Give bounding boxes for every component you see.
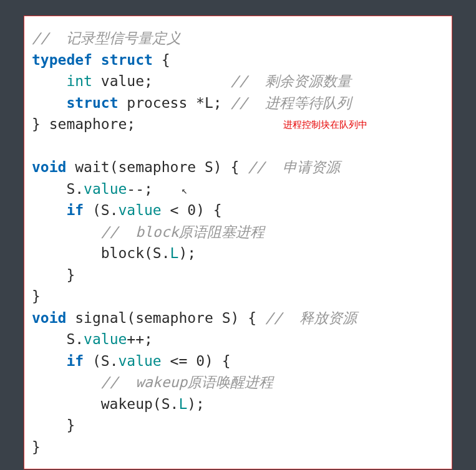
code-line-19: } <box>32 415 444 436</box>
indent <box>32 202 66 218</box>
cond-close: ) { <box>205 353 231 369</box>
comment-text: // wakeup原语唤醒进程 <box>101 374 273 390</box>
code-line-12: } <box>32 264 444 286</box>
close-brace: } <box>32 288 41 304</box>
annotation-red-text: 进程控制块在队列中 <box>283 118 367 132</box>
op-decrement: --; <box>127 181 153 197</box>
comment-text: // block原语阻塞进程 <box>101 224 265 240</box>
code-line-14: void signal(semaphore S) { // 释放资源 <box>32 307 444 329</box>
func-wait: wait(semaphore S) { <box>66 159 248 175</box>
cond-lt: < <box>162 202 188 218</box>
code-line-7: void wait(semaphore S) { // 申请资源 <box>32 156 444 178</box>
code-line-13: } <box>32 285 444 307</box>
comment-text: // 进程等待队列 <box>231 95 351 111</box>
type-int: int <box>66 73 92 89</box>
code-line-8: S.value--; <box>32 178 444 200</box>
code-line-16: if (S.value <= 0) { <box>32 350 444 372</box>
close-brace: } <box>32 417 75 433</box>
member-value: value <box>84 181 127 197</box>
comment-text: // 记录型信号量定义 <box>32 30 181 46</box>
keyword-if: if <box>66 202 84 218</box>
close-brace: } <box>32 439 41 455</box>
close-brace: } <box>32 267 75 283</box>
indent <box>32 95 66 111</box>
op-increment: ++; <box>127 331 153 347</box>
code-line-20: } <box>32 436 444 458</box>
func-signal: signal(semaphore S) { <box>66 310 265 326</box>
indent-call: block(S. <box>32 245 170 261</box>
indent-call: wakeup(S. <box>32 396 178 412</box>
code-line-2: typedef struct { <box>32 49 444 71</box>
code-line-15: S.value++; <box>32 329 444 350</box>
cond-close: ) { <box>196 202 222 218</box>
call-end: ); <box>187 396 205 412</box>
keyword-struct: struct <box>101 52 153 68</box>
keyword-if: if <box>66 353 84 369</box>
code-line-11: block(S.L); <box>32 242 444 264</box>
code-line-17: // wakeup原语唤醒进程 <box>32 372 444 393</box>
code-line-4: struct process *L; // 进程等待队列 <box>32 92 444 114</box>
code-line-9: if (S.value < 0) { <box>32 199 444 221</box>
keyword-typedef: typedef <box>32 52 92 68</box>
cond-open: (S. <box>84 353 118 369</box>
close-struct: } semaphore; <box>32 116 135 132</box>
member-l: L <box>170 245 179 261</box>
indent <box>32 353 66 369</box>
code-line-1: // 记录型信号量定义 <box>32 27 444 49</box>
var-name: value; <box>92 73 231 89</box>
cond-le: <= <box>162 353 196 369</box>
indent: S. <box>32 181 84 197</box>
comment-text: // 释放资源 <box>265 310 357 326</box>
member-value: value <box>118 202 161 218</box>
indent <box>32 224 101 240</box>
var-name: process *L; <box>118 95 230 111</box>
cond-open: (S. <box>84 202 118 218</box>
indent <box>32 374 101 390</box>
code-line-6 <box>32 135 444 157</box>
keyword-struct: struct <box>66 95 118 111</box>
num-zero: 0 <box>187 202 196 218</box>
cursor-icon: ↖ <box>182 183 188 198</box>
code-line-3: int value; // 剩余资源数量 <box>32 70 444 92</box>
keyword-void: void <box>32 310 66 326</box>
comment-text: // 剩余资源数量 <box>231 73 351 89</box>
keyword-void: void <box>32 159 66 175</box>
indent: S. <box>32 331 84 347</box>
code-line-5: } semaphore; <box>32 113 444 135</box>
call-end: ); <box>178 245 196 261</box>
member-value: value <box>118 353 161 369</box>
code-block: // 记录型信号量定义 typedef struct { int value; … <box>24 16 452 469</box>
num-zero: 0 <box>196 353 205 369</box>
code-line-10: // block原语阻塞进程 <box>32 221 444 243</box>
member-value: value <box>84 331 127 347</box>
brace: { <box>153 52 170 68</box>
member-l: L <box>178 396 187 412</box>
code-line-18: wakeup(S.L); <box>32 393 444 415</box>
indent <box>32 73 66 89</box>
comment-text: // 申请资源 <box>248 159 339 175</box>
